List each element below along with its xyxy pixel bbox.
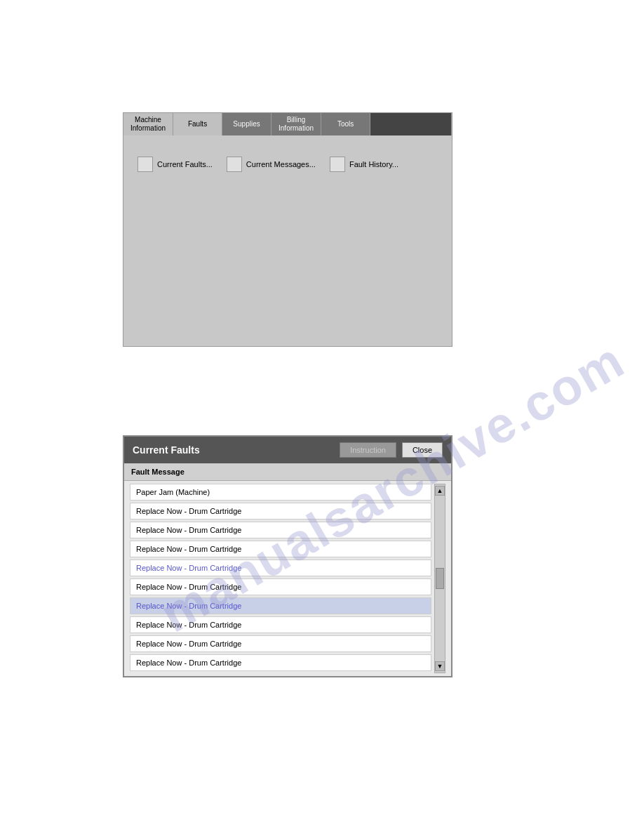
current-faults-dialog: Current Faults Instruction Close Fault M… [123,435,452,677]
current-messages-icon [227,157,242,172]
fault-item-2[interactable]: Replace Now - Drum Cartridge [130,503,431,519]
fault-item-7[interactable]: Replace Now - Drum Cartridge [130,597,431,614]
fault-item-9[interactable]: Replace Now - Drum Cartridge [130,635,431,652]
tab-content: Current Faults... Current Messages... Fa… [123,135,452,346]
instruction-button[interactable]: Instruction [340,442,396,458]
fault-item-3[interactable]: Replace Now - Drum Cartridge [130,522,431,538]
fault-message-header: Fault Message [124,463,451,481]
fault-item-1[interactable]: Paper Jam (Machine) [130,484,431,501]
tab-extra [370,113,452,135]
current-faults-button[interactable]: Current Faults... [137,157,213,172]
scroll-thumb[interactable] [436,568,444,589]
faults-button-row: Current Faults... Current Messages... Fa… [137,157,438,172]
top-panel: Machine Information Faults Supplies Bill… [123,112,452,347]
fault-list: Paper Jam (Machine) Replace Now - Drum C… [124,481,451,676]
dialog-header: Current Faults Instruction Close [124,437,451,463]
fault-item-5[interactable]: Replace Now - Drum Cartridge [130,560,431,576]
fault-item-10[interactable]: Replace Now - Drum Cartridge [130,654,431,671]
close-button[interactable]: Close [402,442,443,458]
fault-item-4[interactable]: Replace Now - Drum Cartridge [130,541,431,557]
scroll-down-arrow[interactable]: ▼ [435,661,445,671]
scroll-up-arrow[interactable]: ▲ [435,486,445,496]
tab-faults[interactable]: Faults [173,113,222,135]
tab-tools[interactable]: Tools [321,113,370,135]
fault-list-inner: Paper Jam (Machine) Replace Now - Drum C… [130,484,431,673]
tab-bar: Machine Information Faults Supplies Bill… [123,113,452,135]
scrollbar[interactable]: ▲ ▼ [434,484,445,673]
current-messages-button[interactable]: Current Messages... [227,157,316,172]
current-faults-icon [137,157,153,172]
tab-supplies[interactable]: Supplies [222,113,271,135]
dialog-title: Current Faults [133,444,200,456]
tab-billing-information[interactable]: Billing Information [271,113,321,135]
fault-history-icon [330,157,345,172]
dialog-header-buttons: Instruction Close [340,442,443,458]
fault-history-button[interactable]: Fault History... [330,157,398,172]
tab-machine-information[interactable]: Machine Information [123,113,173,135]
fault-item-6[interactable]: Replace Now - Drum Cartridge [130,578,431,595]
fault-item-8[interactable]: Replace Now - Drum Cartridge [130,616,431,633]
